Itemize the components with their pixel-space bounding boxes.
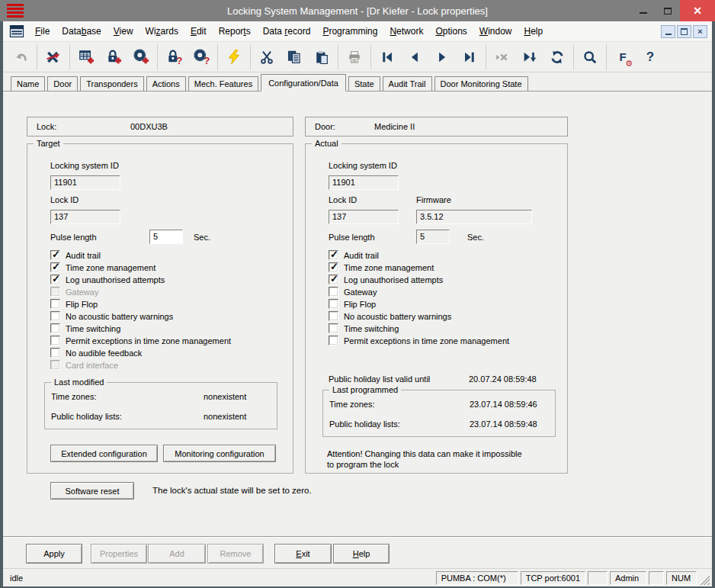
target-checkbox-no-audible-feedback[interactable]: No audible feedback	[50, 348, 231, 358]
first-record-icon[interactable]	[374, 44, 400, 69]
copy-icon[interactable]	[281, 44, 307, 69]
print-icon[interactable]	[341, 44, 367, 69]
actual-checkbox-gateway[interactable]: Gateway	[329, 287, 509, 297]
target-checkbox-no-acoustic-battery-warnings[interactable]: No acoustic battery warnings	[50, 311, 231, 321]
actual-locking-system-id-field[interactable]: 11901	[329, 175, 399, 190]
actual-checkbox-time-switching[interactable]: Time switching	[329, 323, 509, 333]
target-locking-system-id-field[interactable]: 11901	[50, 175, 120, 190]
menu-help[interactable]: Help	[518, 23, 550, 40]
target-checkbox-log-unauthorised-attempts[interactable]: Log unauthorised attempts	[50, 275, 231, 284]
close-button[interactable]: ✕	[680, 0, 715, 21]
target-checkbox-flip-flop[interactable]: Flip Flop	[50, 299, 231, 309]
checkbox-icon[interactable]	[329, 311, 338, 321]
actual-checkbox-audit-trail[interactable]: Audit trail	[329, 250, 509, 260]
monitoring-configuration-button[interactable]: Monitoring configuration	[163, 445, 276, 462]
software-reset-button[interactable]: Software reset	[50, 482, 134, 500]
last-modified-holiday-lists-value: nonexistent	[204, 412, 246, 421]
target-checkbox-audit-trail[interactable]: Audit trail	[50, 250, 231, 260]
menu-network[interactable]: Network	[383, 23, 429, 40]
read-transponder-icon[interactable]: ?	[188, 44, 214, 69]
tab-mech-features[interactable]: Mech. Features	[188, 76, 258, 91]
maximize-button[interactable]	[656, 0, 680, 21]
delete-record-icon[interactable]	[40, 44, 66, 69]
checkbox-icon[interactable]	[329, 275, 338, 284]
actual-checkbox-log-unauthorised-attempts[interactable]: Log unauthorised attempts	[329, 275, 509, 284]
tab-state[interactable]: State	[348, 76, 380, 91]
previous-record-icon[interactable]	[402, 44, 428, 69]
tab-door[interactable]: Door	[47, 76, 78, 91]
tab-actions[interactable]: Actions	[146, 76, 186, 91]
menu-programming[interactable]: Programming	[316, 23, 383, 40]
mdi-close-button[interactable]: ×	[693, 25, 707, 38]
actual-checkbox-flip-flop[interactable]: Flip Flop	[329, 299, 509, 309]
checkbox-icon[interactable]	[329, 262, 338, 272]
checkbox-icon[interactable]	[329, 299, 338, 309]
tab-name[interactable]: Name	[11, 76, 45, 91]
menu-database[interactable]: Database	[56, 23, 107, 40]
target-pulse-length-field[interactable]: 5	[149, 230, 183, 244]
mdi-restore-button[interactable]	[677, 25, 691, 38]
menu-edit[interactable]: Edit	[184, 23, 213, 40]
program-flash-icon[interactable]	[221, 44, 247, 69]
extended-configuration-button[interactable]: Extended configuration	[50, 445, 158, 462]
read-lock-icon[interactable]: ?	[161, 44, 187, 69]
menu-wizards[interactable]: Wizards	[139, 23, 184, 40]
checkbox-icon[interactable]	[50, 275, 60, 284]
resize-grip[interactable]	[699, 571, 710, 585]
cut-icon[interactable]	[254, 44, 280, 69]
checkbox-icon[interactable]	[329, 336, 338, 345]
firmware-field[interactable]: 3.5.12	[416, 210, 532, 224]
checkbox-icon[interactable]	[50, 299, 60, 309]
next-record-icon[interactable]	[429, 44, 455, 69]
mdi-minimize-button[interactable]	[661, 25, 675, 38]
search-icon[interactable]	[577, 44, 603, 69]
checkbox-icon[interactable]	[50, 262, 60, 272]
checkbox-icon[interactable]	[329, 323, 338, 333]
menu-window[interactable]: Window	[473, 23, 518, 40]
new-lock-icon[interactable]	[101, 44, 127, 69]
filter-settings-icon[interactable]: F⚙	[610, 44, 636, 69]
target-checkbox-permit-exceptions[interactable]: Permit exceptions in time zone managemen…	[50, 336, 231, 345]
checkbox-icon[interactable]	[329, 250, 338, 260]
help-icon[interactable]: ?	[637, 44, 663, 69]
cancel-navigation-icon[interactable]	[489, 44, 515, 69]
target-checkbox-time-zone-management[interactable]: Time zone management	[50, 262, 231, 272]
tab-strip: Name Door Transponders Actions Mech. Fea…	[3, 72, 712, 92]
goto-record-icon[interactable]	[517, 44, 543, 69]
menu-reports[interactable]: Reports	[213, 23, 257, 40]
checkbox-icon[interactable]	[50, 336, 60, 345]
actual-pulse-length-field[interactable]: 5	[416, 230, 450, 244]
actual-checkbox-no-acoustic-battery-warnings[interactable]: No acoustic battery warnings	[329, 311, 509, 321]
tab-transponders[interactable]: Transponders	[80, 76, 143, 91]
refresh-icon[interactable]	[544, 44, 570, 69]
actual-checkbox-permit-exceptions[interactable]: Permit exceptions in time zone managemen…	[329, 336, 509, 345]
paste-icon[interactable]	[309, 44, 335, 69]
door-value: Medicine II	[374, 122, 415, 131]
new-database-item-icon[interactable]	[73, 44, 99, 69]
actual-lock-id-field[interactable]: 137	[329, 210, 399, 224]
checkbox-icon[interactable]	[50, 250, 60, 260]
checkbox-icon[interactable]	[329, 287, 338, 297]
target-lock-id-field[interactable]: 137	[50, 210, 120, 224]
new-transponder-icon[interactable]	[128, 44, 154, 69]
checkbox-icon[interactable]	[50, 323, 60, 333]
checkbox-icon[interactable]	[50, 348, 60, 358]
target-pulse-length-unit: Sec.	[194, 233, 210, 242]
checkbox-icon[interactable]	[50, 311, 60, 321]
tab-configuration-data[interactable]: Configuration/Data	[261, 74, 346, 92]
tab-audit-trail[interactable]: Audit Trail	[383, 76, 432, 91]
actual-checkbox-time-zone-management[interactable]: Time zone management	[329, 262, 509, 272]
undo-arrow-icon[interactable]	[8, 44, 34, 69]
help-button[interactable]: Help	[333, 544, 390, 564]
last-record-icon[interactable]	[457, 44, 483, 69]
minimize-button[interactable]	[631, 0, 656, 21]
exit-button[interactable]: Exit	[274, 544, 332, 564]
apply-button[interactable]: Apply	[26, 544, 82, 564]
menu-view[interactable]: View	[107, 23, 139, 40]
menu-file[interactable]: File	[29, 23, 56, 40]
tab-door-monitoring-state[interactable]: Door Monitoring State	[434, 76, 528, 91]
target-checkbox-time-switching[interactable]: Time switching	[50, 323, 231, 333]
menu-data-record[interactable]: Data record	[257, 23, 317, 40]
menu-options[interactable]: Options	[429, 23, 473, 40]
document-window-icon	[9, 25, 24, 37]
